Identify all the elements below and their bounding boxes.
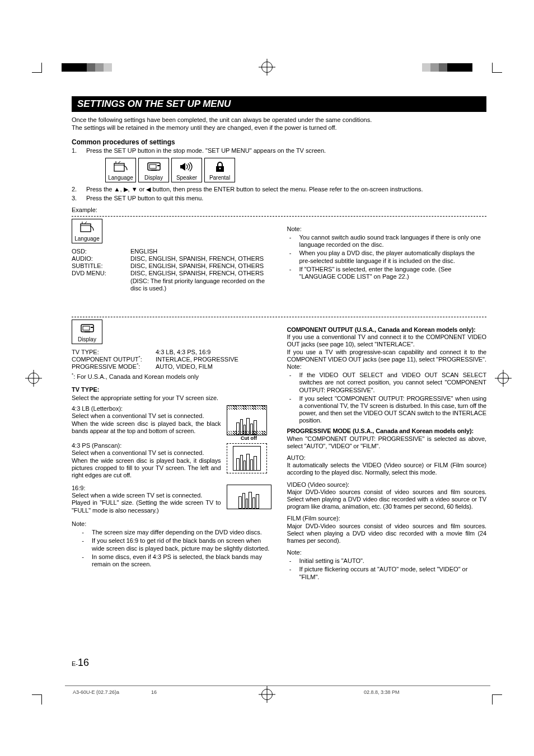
- note-list: If the VIDEO OUT SELECT and VIDEO OUT SC…: [287, 372, 487, 424]
- note-list: You cannot switch audio sound track lang…: [287, 234, 487, 280]
- note-item: Initial setting is "AUTO".: [299, 557, 364, 565]
- note-item: If picture flickering occurs at "AUTO" m…: [299, 566, 487, 580]
- intro-text: Once the following settings have been co…: [72, 116, 486, 131]
- note-item: You cannot switch audio sound track lang…: [299, 234, 487, 248]
- arrow-right-icon: ▶: [124, 186, 128, 192]
- page-number: E-16: [72, 657, 89, 669]
- film-heading: FILM (Film source):: [287, 515, 487, 522]
- ps-heading: 4:3 PS (Panscan):: [72, 442, 221, 449]
- note-list: Initial setting is "AUTO". If picture fl…: [287, 557, 487, 581]
- note-item: If "OTHERS" is selected, enter the langu…: [299, 266, 487, 280]
- svg-rect-14: [91, 327, 93, 328]
- registration-mark-icon: [28, 373, 39, 384]
- language-icon-box: Language: [72, 219, 102, 243]
- tv-type-subtext: Select the appropriate setting for your …: [72, 395, 271, 402]
- w169-heading: 16:9:: [72, 485, 221, 492]
- page-title: SETTINGS ON THE SET UP MENU: [72, 96, 486, 112]
- tv-type-heading: TV TYPE:: [72, 386, 271, 393]
- crop-marks-top: [0, 56, 534, 78]
- example-label: Example:: [72, 206, 486, 214]
- body-text: When "COMPONENT OUTPUT: PROGRESSIVE" is …: [287, 435, 487, 450]
- intro-line: Once the following settings have been co…: [72, 116, 486, 124]
- lb-text: When the wide screen disc is played back…: [72, 420, 221, 435]
- menu-label: Display: [144, 175, 163, 181]
- note-item: When you play a DVD disc, the player aut…: [299, 250, 487, 264]
- kv-row: TV TYPE:4:3 LB, 4:3 PS, 16:9: [72, 349, 271, 356]
- w169-text: Select when a wide screen TV set is conn…: [72, 492, 221, 499]
- crop-marks-bottom: [0, 689, 534, 711]
- w169-text: Played in "FULL" size. (Setting the wide…: [72, 499, 221, 514]
- svg-rect-6: [180, 165, 182, 168]
- common-procedures-heading: Common procedures of settings: [72, 138, 486, 146]
- kv-row: COMPONENT OUTPUT*:INTERLACE, PROGRESSIVE: [72, 356, 271, 363]
- body-text: It automatically selects the VIDEO (Vide…: [287, 462, 487, 476]
- body-text: If you use a conventional TV and connect…: [287, 334, 487, 348]
- ps-text: When the wide screen disc is played back…: [72, 457, 221, 480]
- footnote: *: For U.S.A., Canada and Korean models …: [72, 373, 271, 381]
- language-menu-icon: Language: [105, 158, 136, 182]
- svg-point-9: [219, 167, 221, 169]
- panscan-illustration: Cut off: [227, 442, 271, 473]
- letterbox-illustration: [227, 405, 271, 436]
- widescreen-illustration: [227, 485, 271, 516]
- svg-rect-13: [83, 326, 90, 330]
- body-text: Major DVD-Video sources consist of video…: [287, 489, 487, 511]
- component-output-heading: COMPONENT OUTPUT (U.S.A., Canada and Kor…: [287, 326, 487, 334]
- note-heading: Note:: [287, 549, 487, 556]
- kv-row: AUDIO:DISC, ENGLISH, SPANISH, FRENCH, OT…: [72, 255, 271, 262]
- note-item: If you select "COMPONENT OUTPUT: PROGRES…: [299, 395, 487, 425]
- note-item: In some discs, even if 4:3 PS is selecte…: [92, 553, 271, 568]
- note-item: If you select 16:9 to get rid of the bla…: [92, 537, 271, 552]
- cutoff-label: Cut off: [227, 435, 271, 442]
- note-heading: Note:: [287, 226, 487, 233]
- display-menu-icon: Display: [138, 158, 169, 182]
- body-text: Major DVD-Video sources consist of video…: [287, 523, 487, 545]
- menu-icons-row: Language Display Speaker Parental: [105, 158, 486, 182]
- menu-label: Language: [108, 175, 133, 181]
- dashed-separator: [72, 216, 486, 217]
- menu-label: Speaker: [176, 175, 197, 181]
- box-label: Display: [78, 336, 96, 343]
- step-item: 3.Press the SET UP button to quit this m…: [72, 195, 486, 202]
- registration-mark-icon: [498, 373, 509, 384]
- auto-heading: AUTO:: [287, 454, 487, 462]
- step-item: 1.Press the SET UP button in the stop mo…: [72, 147, 486, 154]
- lb-text: Select when a conventional TV set is con…: [72, 412, 221, 420]
- svg-rect-10: [81, 224, 91, 232]
- video-heading: VIDEO (Video source):: [287, 481, 487, 489]
- disc-note: (DISC: The first priority language recor…: [72, 278, 271, 292]
- kv-row: DVD MENU:DISC, ENGLISH, SPANISH, FRENCH,…: [72, 270, 271, 277]
- svg-rect-3: [149, 165, 156, 168]
- arrow-up-icon: ▲: [114, 186, 120, 192]
- dashed-separator: [72, 317, 486, 317]
- arrow-down-icon: ▼: [132, 186, 138, 192]
- progressive-mode-heading: PROGRESSIVE MODE (U.S.A., Canada and Kor…: [287, 428, 487, 435]
- step-item: 2. Press the ▲, ▶, ▼ or ◀ button, then p…: [72, 186, 486, 193]
- footer-divider: [65, 685, 490, 686]
- note-item: If the VIDEO OUT SELECT and VIDEO OUT SC…: [299, 372, 487, 394]
- menu-label: Parental: [209, 175, 230, 181]
- note-list: The screen size may differ depending on …: [72, 529, 271, 568]
- body-text: If you use a TV with progressive-scan ca…: [287, 349, 487, 363]
- note-heading: Note:: [72, 520, 271, 528]
- svg-marker-7: [182, 163, 185, 171]
- registration-mark-icon: [261, 62, 273, 73]
- display-icon-box: Display: [72, 320, 102, 344]
- note-item: The screen size may differ depending on …: [92, 529, 262, 536]
- box-label: Language: [74, 236, 100, 242]
- note-heading: Note:: [287, 363, 487, 370]
- lb-heading: 4:3 LB (Letterbox):: [72, 405, 221, 412]
- svg-rect-0: [114, 163, 124, 171]
- intro-line: The settings will be retained in the mem…: [72, 124, 486, 132]
- parental-menu-icon: Parental: [204, 158, 235, 182]
- ps-text: Select when a conventional TV set is con…: [72, 449, 221, 457]
- speaker-menu-icon: Speaker: [171, 158, 202, 182]
- svg-rect-4: [157, 165, 160, 166]
- kv-row: PROGRESSIVE MODE*:AUTO, VIDEO, FILM: [72, 363, 271, 370]
- kv-row: SUBTITLE:DISC, ENGLISH, SPANISH, FRENCH,…: [72, 262, 271, 270]
- kv-row: OSD:ENGLISH: [72, 248, 271, 255]
